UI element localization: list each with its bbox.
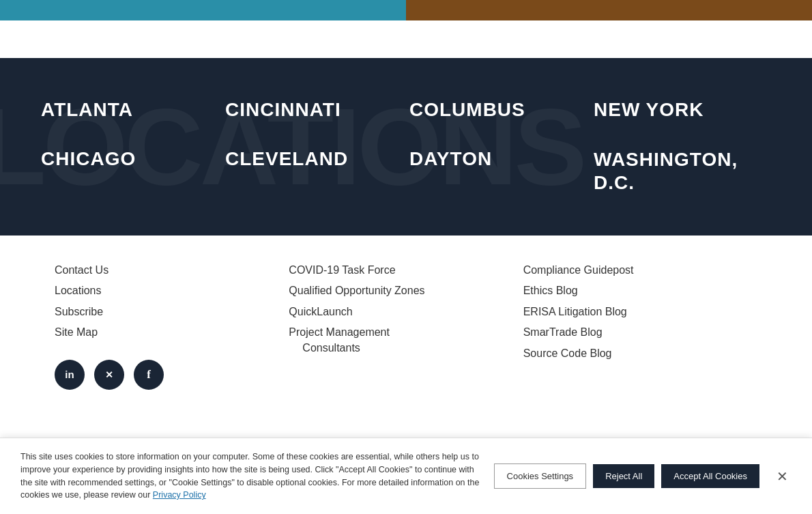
- footer-link-compliance[interactable]: Compliance Guidepost: [523, 263, 757, 278]
- locations-grid: ATLANTA CINCINNATI COLUMBUS NEW YORK CHI…: [41, 85, 771, 201]
- white-gap: [0, 20, 812, 58]
- footer-link-erisa-blog[interactable]: ERISA Litigation Blog: [523, 304, 757, 319]
- location-washington[interactable]: WASHINGTON, D.C.: [594, 141, 771, 201]
- location-atlanta[interactable]: ATLANTA: [41, 92, 218, 128]
- social-icons: [55, 360, 289, 390]
- footer-link-covid[interactable]: COVID-19 Task Force: [289, 263, 523, 278]
- top-image-strip: [0, 0, 812, 20]
- location-cleveland[interactable]: CLEVELAND: [225, 141, 403, 201]
- location-cincinnati[interactable]: CINCINNATI: [225, 92, 403, 128]
- footer-col-1: Contact Us Locations Subscribe Site Map: [55, 263, 289, 390]
- facebook-icon[interactable]: [134, 360, 164, 390]
- footer-link-contact-us[interactable]: Contact Us: [55, 263, 289, 278]
- location-dayton[interactable]: DAYTON: [409, 141, 587, 201]
- footer-link-ethics-blog[interactable]: Ethics Blog: [523, 283, 757, 298]
- twitter-icon[interactable]: [94, 360, 124, 390]
- footer-link-subscribe[interactable]: Subscribe: [55, 304, 289, 319]
- location-columbus[interactable]: COLUMBUS: [409, 92, 587, 128]
- linkedin-icon[interactable]: [55, 360, 85, 390]
- footer-link-project-management[interactable]: Project ManagementConsultants: [289, 325, 523, 356]
- footer-col-3: Compliance Guidepost Ethics Blog ERISA L…: [523, 263, 757, 390]
- footer-links: Contact Us Locations Subscribe Site Map …: [0, 235, 812, 410]
- top-image-left: [0, 0, 406, 20]
- footer-col-2: COVID-19 Task Force Qualified Opportunit…: [289, 263, 523, 390]
- footer-link-qualified-opportunity[interactable]: Qualified Opportunity Zones: [289, 283, 523, 298]
- top-image-right: [406, 0, 812, 20]
- footer-link-source-code-blog[interactable]: Source Code Blog: [523, 346, 757, 361]
- footer-link-smartrade-blog[interactable]: SmarTrade Blog: [523, 325, 757, 340]
- location-new-york[interactable]: NEW YORK: [594, 92, 771, 128]
- location-chicago[interactable]: CHICAGO: [41, 141, 218, 201]
- footer-link-quicklaunch[interactable]: QuickLaunch: [289, 304, 523, 319]
- footer-link-locations[interactable]: Locations: [55, 283, 289, 298]
- footer-link-site-map[interactable]: Site Map: [55, 325, 289, 340]
- locations-section: LOCATIONS ATLANTA CINCINNATI COLUMBUS NE…: [0, 58, 812, 235]
